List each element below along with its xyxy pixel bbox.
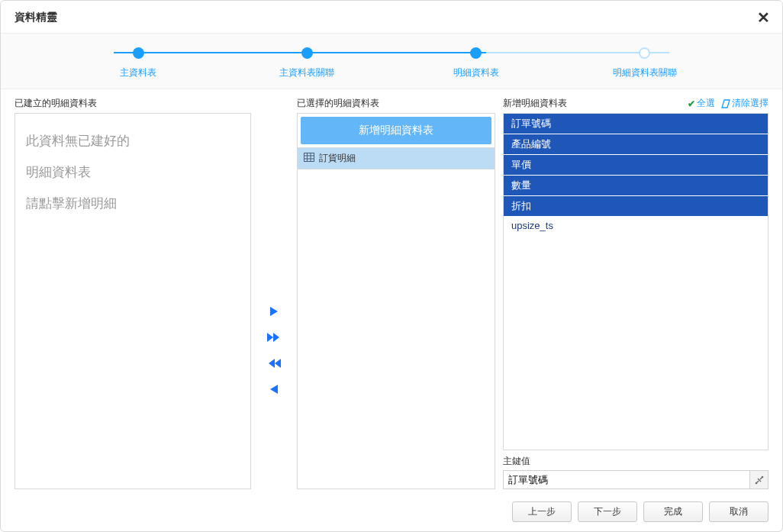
step-track <box>114 52 669 53</box>
svg-marker-3 <box>275 359 281 368</box>
new-detail-heading-text: 新增明細資料表 <box>503 97 567 110</box>
step-label: 明細資料表關聯 <box>613 66 677 79</box>
field-row[interactable]: 訂單號碼 <box>504 114 768 134</box>
move-right-icon[interactable] <box>269 305 279 318</box>
dialog-title: 資料精靈 <box>14 11 57 24</box>
detail-table-item[interactable]: 訂貨明細 <box>298 147 495 169</box>
step-label: 主資料表 <box>120 66 156 79</box>
placeholder-text: 此資料無已建好的 <box>21 126 244 157</box>
detail-table-label: 訂貨明細 <box>319 152 356 165</box>
select-all-button[interactable]: ✔ 全選 <box>688 97 715 110</box>
field-row[interactable]: 產品編號 <box>504 134 768 155</box>
step-label: 明細資料表 <box>453 66 499 79</box>
wizard-body: 已建立的明細資料表 此資料無已建好的 明細資料表 請點擊新增明細 <box>1 89 782 495</box>
field-row[interactable]: upsize_ts <box>504 217 768 235</box>
primary-key-input[interactable] <box>504 471 749 488</box>
primary-key-label: 主鍵值 <box>503 455 768 468</box>
clear-selection-button[interactable]: 清除選擇 <box>721 97 768 110</box>
field-row[interactable]: 單價 <box>504 155 768 176</box>
clear-selection-label: 清除選擇 <box>732 97 768 110</box>
step-main-relation[interactable]: 主資料表關聯 <box>276 47 337 79</box>
transfer-controls <box>259 97 289 489</box>
svg-marker-1 <box>267 333 273 342</box>
step-dot-icon <box>133 47 144 59</box>
step-dot-icon <box>301 47 313 59</box>
svg-marker-0 <box>270 307 278 316</box>
placeholder-text: 請點擊新增明細 <box>21 189 244 220</box>
move-all-left-icon[interactable] <box>266 357 282 369</box>
step-dot-icon <box>639 47 650 59</box>
svg-marker-4 <box>269 359 275 368</box>
close-icon[interactable]: ✕ <box>757 10 770 25</box>
prev-button[interactable]: 上一步 <box>512 501 572 522</box>
check-icon: ✔ <box>688 98 695 109</box>
field-label: 數量 <box>511 179 531 191</box>
add-detail-button[interactable]: 新增明細資料表 <box>301 117 491 144</box>
step-label: 主資料表關聯 <box>279 66 334 79</box>
data-wizard-dialog: 資料精靈 ✕ 主資料表 主資料表關聯 明細資料表 明細資料表關聯 <box>0 0 783 532</box>
next-button[interactable]: 下一步 <box>578 501 637 522</box>
finish-button[interactable]: 完成 <box>643 501 703 522</box>
placeholder-text: 明細資料表 <box>21 157 244 189</box>
dialog-header: 資料精靈 ✕ <box>1 1 782 33</box>
svg-point-13 <box>761 476 763 478</box>
table-icon <box>304 153 314 164</box>
field-row[interactable]: 數量 <box>504 176 768 196</box>
step-main-table[interactable]: 主資料表 <box>108 47 169 79</box>
eraser-icon <box>721 99 730 108</box>
select-all-label: 全選 <box>697 97 715 110</box>
dialog-footer: 上一步 下一步 完成 取消 <box>1 495 782 531</box>
selected-details-panel: 新增明細資料表 訂貨明細 <box>297 113 495 489</box>
svg-marker-2 <box>273 333 279 342</box>
existing-details-panel: 此資料無已建好的 明細資料表 請點擊新增明細 <box>14 113 251 489</box>
cancel-button[interactable]: 取消 <box>709 501 768 522</box>
svg-marker-11 <box>722 100 730 108</box>
existing-details-heading: 已建立的明細資料表 <box>14 97 251 110</box>
primary-key-input-wrap <box>503 470 768 489</box>
field-label: 折扣 <box>511 200 531 211</box>
primary-key-block: 主鍵值 <box>503 455 768 489</box>
step-dot-icon <box>470 47 482 59</box>
fields-list: 訂單號碼 產品編號 單價 數量 折扣 upsize_ts <box>503 113 768 450</box>
field-label: 產品編號 <box>511 138 551 150</box>
svg-rect-6 <box>304 153 314 162</box>
existing-details-column: 已建立的明細資料表 此資料無已建好的 明細資料表 請點擊新增明細 <box>14 97 251 489</box>
field-row[interactable]: 折扣 <box>504 196 768 217</box>
new-detail-column: 新增明細資料表 ✔ 全選 清除選擇 訂單號碼 產品編號 <box>503 97 768 489</box>
move-all-right-icon[interactable] <box>266 331 282 343</box>
stepper: 主資料表 主資料表關聯 明細資料表 明細資料表關聯 <box>1 33 782 89</box>
new-detail-heading: 新增明細資料表 ✔ 全選 清除選擇 <box>503 97 768 110</box>
svg-marker-5 <box>270 385 278 394</box>
svg-point-12 <box>755 482 757 484</box>
move-left-icon[interactable] <box>269 383 279 395</box>
step-detail-relation[interactable]: 明細資料表關聯 <box>614 47 675 79</box>
field-label: 單價 <box>511 159 531 170</box>
field-label: upsize_ts <box>511 220 553 231</box>
selected-details-column: 已選擇的明細資料表 新增明細資料表 訂貨明細 <box>297 97 495 489</box>
primary-key-tool-icon[interactable] <box>749 471 768 488</box>
field-label: 訂單號碼 <box>511 118 551 129</box>
selected-details-heading: 已選擇的明細資料表 <box>297 97 495 110</box>
step-detail-table[interactable]: 明細資料表 <box>446 47 507 79</box>
